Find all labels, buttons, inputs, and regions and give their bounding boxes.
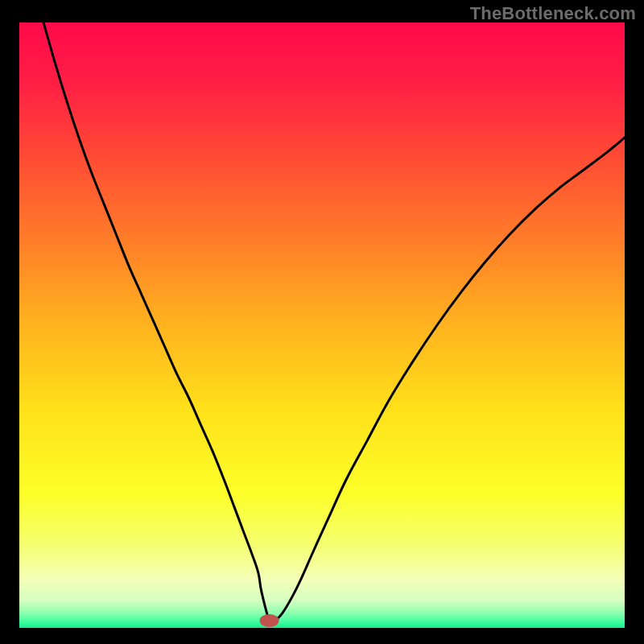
chart-frame: TheBottleneck.com xyxy=(0,0,644,644)
min-marker xyxy=(260,614,279,627)
plot-svg xyxy=(19,23,625,628)
watermark-text: TheBottleneck.com xyxy=(470,3,636,24)
plot-area xyxy=(19,23,625,628)
gradient-background xyxy=(19,23,625,628)
